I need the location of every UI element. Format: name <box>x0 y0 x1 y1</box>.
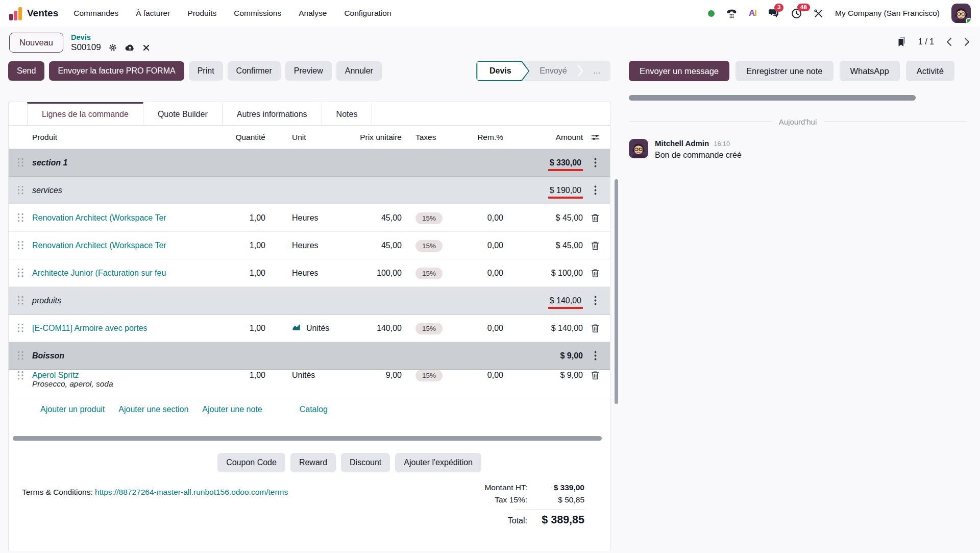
drag-handle-icon[interactable] <box>9 371 32 380</box>
send-button[interactable]: Send <box>8 61 44 81</box>
line-note[interactable]: Prosecco, aperol, soda <box>32 378 585 396</box>
menu-configuration[interactable]: Configuration <box>344 9 391 18</box>
quantity-cell[interactable]: 1,00 <box>180 269 278 278</box>
ajouter-une-note-link[interactable]: Ajouter une note <box>202 405 262 414</box>
tax-badge[interactable]: 15% <box>414 324 461 333</box>
pager-previous-icon[interactable] <box>946 37 952 46</box>
drag-handle-icon[interactable] <box>9 241 32 250</box>
col-header-product[interactable]: Produit <box>32 133 180 142</box>
drag-handle-icon[interactable] <box>9 158 32 167</box>
drag-handle-icon[interactable] <box>9 269 32 277</box>
delete-line-icon[interactable] <box>585 324 609 333</box>
discount-cell[interactable]: 0,00 <box>461 324 514 333</box>
product-link[interactable]: Renovation Architect (Workspace Ter <box>32 213 180 223</box>
quantity-cell[interactable]: 1,00 <box>180 324 278 333</box>
unit-cell[interactable]: Unités <box>278 323 341 333</box>
horizontal-scrollbar[interactable] <box>13 436 602 441</box>
voip-phone-icon[interactable] <box>726 8 737 18</box>
unit-price-cell[interactable]: 100,00 <box>341 269 414 278</box>
coupon-code-button[interactable]: Coupon Code <box>217 453 285 472</box>
kebab-menu-icon[interactable] <box>585 296 609 305</box>
quantity-cell[interactable]: 1,00 <box>180 213 278 223</box>
drag-handle-icon[interactable] <box>9 186 32 195</box>
envoyer-la-facture-pro-forma-button[interactable]: Envoyer la facture PRO FORMA <box>49 61 184 81</box>
pager-next-icon[interactable] <box>964 37 970 46</box>
tools-icon[interactable] <box>814 9 823 18</box>
quantity-cell[interactable]: 1,00 <box>180 241 278 250</box>
tab-lignes-de-la-commande[interactable]: Lignes de la commande <box>27 102 143 125</box>
kebab-menu-icon[interactable] <box>585 158 609 167</box>
tax-badge[interactable]: 15% <box>414 213 461 223</box>
unit-cell[interactable]: Heures <box>278 213 341 223</box>
whatsapp-button[interactable]: WhatsApp <box>840 61 900 81</box>
status-step-envoy[interactable]: Envoyé <box>529 61 577 81</box>
product-link[interactable]: [E-COM11] Armoire avec portes <box>32 324 180 333</box>
new-button[interactable]: Nouveau <box>9 33 63 53</box>
unit-price-cell[interactable]: 140,00 <box>341 324 414 333</box>
annuler-button[interactable]: Annuler <box>336 61 382 81</box>
tab-autres-informations[interactable]: Autres informations <box>223 102 322 125</box>
menu-produits[interactable]: Produits <box>187 9 216 18</box>
kebab-menu-icon[interactable] <box>585 185 609 195</box>
discard-x-icon[interactable] <box>143 44 150 51</box>
menu-facturer[interactable]: À facturer <box>136 9 170 18</box>
unit-price-cell[interactable]: 45,00 <box>341 241 414 250</box>
delete-line-icon[interactable] <box>585 269 609 278</box>
discount-cell[interactable]: 0,00 <box>461 241 514 250</box>
kebab-menu-icon[interactable] <box>585 351 609 360</box>
print-button[interactable]: Print <box>189 61 223 81</box>
save-cloud-icon[interactable] <box>125 44 135 52</box>
ajouter-un-produit-link[interactable]: Ajouter un produit <box>40 405 105 414</box>
catalog-link[interactable]: Catalog <box>300 405 328 414</box>
chatter-scrollbar[interactable] <box>629 95 916 101</box>
discount-button[interactable]: Discount <box>341 453 390 472</box>
company-switcher[interactable]: My Company (San Francisco) <box>835 9 940 18</box>
activities-clock-icon[interactable]: 48 <box>791 8 802 19</box>
menu-analyse[interactable]: Analyse <box>299 9 327 18</box>
section-name[interactable]: section 1 <box>32 158 514 167</box>
column-options-icon[interactable] <box>585 134 609 141</box>
app-name[interactable]: Ventes <box>27 8 58 19</box>
ajouter-l-exp-dition-button[interactable]: Ajouter l'expédition <box>395 453 481 472</box>
col-header-quantity[interactable]: Quantité <box>180 133 278 142</box>
status-step-devis[interactable]: Devis <box>476 61 529 81</box>
status-step-[interactable]: ... <box>583 61 610 81</box>
product-link[interactable]: Renovation Architect (Workspace Ter <box>32 241 180 250</box>
messages-icon[interactable]: 3 <box>768 8 779 18</box>
col-header-taxes[interactable]: Taxes <box>414 133 461 142</box>
envoyer-un-message-button[interactable]: Envoyer un message <box>629 61 729 81</box>
delete-line-icon[interactable] <box>585 371 609 380</box>
enregistrer-une-note-button[interactable]: Enregistrer une note <box>736 61 834 81</box>
tax-badge[interactable]: 15% <box>414 269 461 278</box>
section-name[interactable]: services <box>32 186 514 195</box>
reward-button[interactable]: Reward <box>290 453 336 472</box>
confirmer-button[interactable]: Confirmer <box>228 61 281 81</box>
ai-assistant-icon[interactable]: AI <box>749 8 756 18</box>
col-header-unit[interactable]: Unit <box>278 133 341 142</box>
tax-badge[interactable]: 15% <box>414 241 461 250</box>
drag-handle-icon[interactable] <box>9 351 32 360</box>
delete-line-icon[interactable] <box>585 213 609 223</box>
section-name[interactable]: Boisson <box>32 351 514 360</box>
forecast-chart-icon[interactable] <box>292 323 301 333</box>
col-header-amount[interactable]: Amount <box>514 133 585 142</box>
unit-cell[interactable]: Heures <box>278 241 341 250</box>
discount-cell[interactable]: 0,00 <box>461 269 514 278</box>
activit-button[interactable]: Activité <box>906 61 954 81</box>
gear-icon[interactable] <box>109 43 117 52</box>
user-avatar[interactable] <box>951 4 971 23</box>
drag-handle-icon[interactable] <box>9 324 32 332</box>
breadcrumb-parent-link[interactable]: Devis <box>71 33 91 41</box>
ajouter-une-section-link[interactable]: Ajouter une section <box>118 405 188 414</box>
vertical-scrollbar[interactable] <box>615 179 618 404</box>
drag-handle-icon[interactable] <box>9 296 32 305</box>
unit-price-cell[interactable]: 45,00 <box>341 213 414 223</box>
menu-commandes[interactable]: Commandes <box>74 9 118 18</box>
bookmark-icon[interactable] <box>897 37 906 47</box>
preview-button[interactable]: Preview <box>285 61 332 81</box>
delete-line-icon[interactable] <box>585 241 609 250</box>
discount-cell[interactable]: 0,00 <box>461 213 514 223</box>
col-header-unit-price[interactable]: Prix unitaire <box>341 133 414 142</box>
drag-handle-icon[interactable] <box>9 213 32 222</box>
col-header-discount[interactable]: Rem.% <box>461 133 514 142</box>
